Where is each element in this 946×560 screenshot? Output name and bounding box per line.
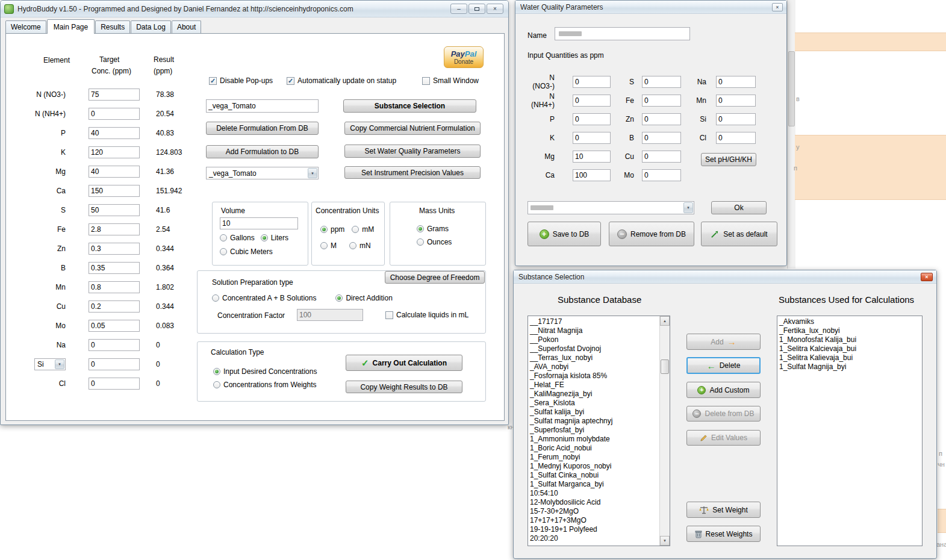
substance-item[interactable]: _KaliMagnezija_byi [528,390,659,399]
substance-item[interactable]: 1_Boric Acid_nobui [528,444,659,453]
wq-field-input[interactable] [573,169,611,181]
radio-option[interactable]: ppm [320,225,344,234]
substance-item[interactable]: 1_Sulfat Magnija_byi [777,362,922,372]
radio-option[interactable]: mN [349,241,371,250]
wq-field-input[interactable] [642,95,681,107]
substance-item[interactable]: _Fertika_lux_nobyi [777,326,922,335]
substance-item[interactable]: _Fosfornaja kislota 85% [528,372,659,381]
formulation-name-input[interactable] [206,99,319,113]
formulation-dropdown[interactable]: _vega_Tomato ▼ [206,167,319,179]
substance-item[interactable]: _Akvamiks [777,317,922,326]
substance-item[interactable]: 12-Molybdosilicic Acid [528,498,659,507]
radio-option[interactable]: Direct Addition [335,294,392,302]
main-titlebar[interactable]: HydroBuddy v1.50 - Programmed and Design… [1,1,508,17]
wq-field-input[interactable] [642,132,681,144]
radio-option[interactable]: Input Desired Concentrations [213,367,340,376]
target-conc-input[interactable] [89,108,140,120]
radio-option[interactable]: Grams [417,225,471,233]
substance-item[interactable]: __Superfosfat Dvojnoj [528,344,659,353]
maximize-button[interactable] [468,4,485,14]
name-input[interactable] [555,27,690,40]
set-water-quality-button[interactable]: Set Water Quality Parameters [344,145,481,158]
radio-option[interactable]: M [320,241,342,250]
tab[interactable]: Welcome [5,20,46,33]
radio-option[interactable]: mM [352,225,374,234]
wq-field-input[interactable] [642,113,681,125]
target-conc-input[interactable] [89,339,140,351]
target-conc-input[interactable] [89,262,140,274]
substance-item[interactable]: 1_Sulfat Marganca_byi [528,480,659,489]
substance-item[interactable]: _AVA_nobyi [528,362,659,372]
tab[interactable]: Main Page [47,19,95,34]
substance-item[interactable]: 1_Mednyj Kuporos_nobyi [528,462,659,471]
substance-item[interactable]: 1_Selitra Kalcievaja_bui [777,344,922,353]
close-button[interactable]: × [772,3,783,11]
target-conc-input[interactable] [89,127,140,139]
wq-titlebar[interactable]: Water Quality Parameters × [515,1,786,14]
target-conc-input[interactable] [89,223,140,235]
list-scrollbar[interactable]: ▲ ▼ [659,316,670,546]
wq-field-input[interactable] [642,169,681,181]
wq-field-input[interactable] [573,95,611,107]
substance-item[interactable]: 19-19-19+1 Polyfeed [528,525,659,534]
remove-from-db-button[interactable]: − Remove from DB [609,222,694,246]
wq-field-input[interactable] [573,113,611,125]
element-select[interactable]: Si ▼ [34,358,66,370]
target-conc-input[interactable] [89,146,140,158]
copy-weight-results-button[interactable]: Copy Weight Results to DB [346,381,462,393]
target-conc-input[interactable] [89,300,140,313]
minimize-button[interactable]: – [450,4,467,14]
radio-option[interactable]: Cubic Meters [220,247,273,256]
close-button[interactable]: × [921,273,933,281]
substance-item[interactable]: 10:54:10 [528,489,659,498]
ok-button[interactable]: Ok [711,201,767,214]
volume-input[interactable] [220,217,298,229]
checkbox-calc-liquids[interactable]: ✓ Calculate liquids in mL [385,311,468,319]
save-to-db-button[interactable]: + Save to DB [527,222,601,246]
substance-item[interactable]: _Superfosfat_byi [528,426,659,435]
substance-item[interactable]: _Sulfat kalija_byi [528,408,659,417]
radio-option[interactable]: Concentrated A + B Solutions [212,294,316,302]
tab[interactable]: Results [95,20,130,33]
wq-field-input[interactable] [716,95,756,107]
target-conc-input[interactable] [89,89,140,101]
chevron-down-icon[interactable]: ▼ [683,202,693,213]
edit-values-button[interactable]: Edit Values [686,430,761,446]
set-ph-gh-kh-button[interactable]: Set pH/GH/KH [701,153,756,166]
radio-option[interactable]: Gallons [220,234,255,242]
wq-source-dropdown[interactable]: ▼ [527,201,694,214]
substances-used-list[interactable]: _Akvamiks _Fertika_lux_nobyi 1_Monofosfa… [777,316,923,546]
add-custom-button[interactable]: + Add Custom [686,382,761,398]
scroll-up-icon[interactable]: ▲ [660,316,670,326]
delete-formulation-button[interactable]: Delete Formulation From DB [206,122,319,135]
target-conc-input[interactable] [89,243,140,255]
reset-weights-button[interactable]: Reset Weights [686,526,761,542]
radio-option[interactable]: Liters [261,234,288,242]
wq-field-input[interactable] [642,76,681,88]
substance-item[interactable]: _Sulfat magnija aptechnyj [528,417,659,426]
substance-item[interactable]: 1_Monofosfat Kalija_bui [777,335,922,344]
scroll-down-icon[interactable]: ▼ [660,536,670,546]
checkbox-disable-popups[interactable]: ✓ Disable Pop-ups [209,76,273,85]
scroll-thumb[interactable] [661,359,669,374]
add-formulation-button[interactable]: Add Formulation to DB [206,145,319,158]
substance-item[interactable]: __Terras_lux_nobyi [528,353,659,362]
add-substance-button[interactable]: Add → [686,334,761,350]
target-conc-input[interactable] [89,378,140,390]
checkbox-auto-update[interactable]: ✓ Automatically update on statup [287,76,396,85]
close-button[interactable]: × [487,4,503,14]
substance-item[interactable]: _Helat_FE [528,381,659,390]
chevron-down-icon[interactable]: ▼ [55,359,64,369]
target-conc-input[interactable] [89,358,140,370]
delete-substance-button[interactable]: ← Delete [686,357,761,374]
tab[interactable]: Data Log [131,20,171,33]
wq-field-input[interactable] [716,132,756,144]
target-conc-input[interactable] [89,185,140,197]
target-conc-input[interactable] [89,281,140,293]
paypal-donate-button[interactable]: PayPal Donate [444,46,484,68]
substance-database-list[interactable]: ▲ ▼ __171717 __Nitrat Magnija __Pokon __… [527,316,670,546]
set-weight-button[interactable]: Set Weight [686,502,761,518]
substance-item[interactable]: __171717 [528,317,659,326]
target-conc-input[interactable] [89,320,140,332]
wq-field-input[interactable] [573,76,611,88]
